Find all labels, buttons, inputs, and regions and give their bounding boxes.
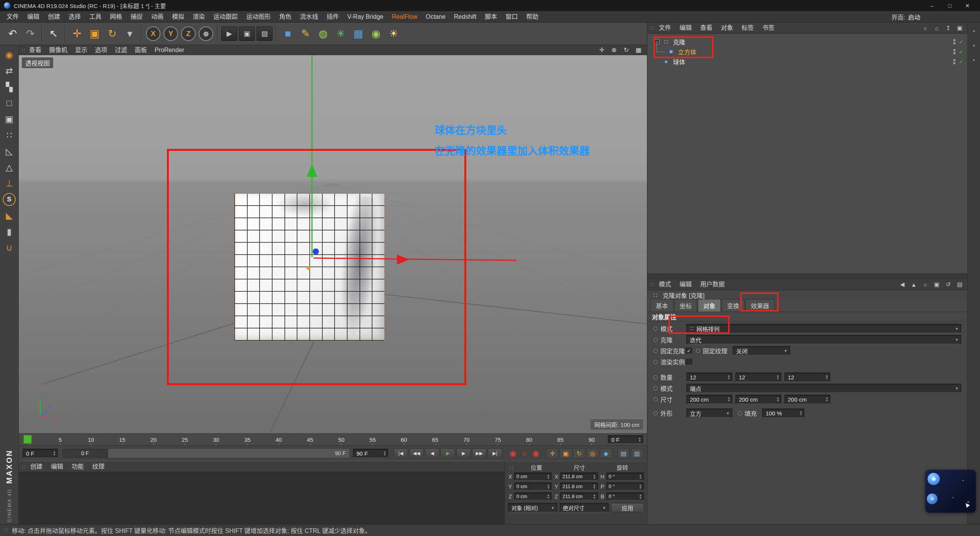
spinner[interactable] <box>799 410 802 416</box>
spinner[interactable] <box>639 474 642 479</box>
anim-dot[interactable] <box>738 411 742 415</box>
timeline-layout-icon[interactable]: ▥ <box>631 448 643 458</box>
lock-x-axis-button[interactable]: X <box>144 24 162 43</box>
panel-grip[interactable] <box>650 281 654 288</box>
toolbar-icon[interactable] <box>276 25 277 42</box>
tab-effectors[interactable]: 效果器 <box>745 299 774 312</box>
ruler-tick[interactable]: 70 <box>463 436 470 443</box>
anim-dot[interactable] <box>653 375 658 379</box>
spinner[interactable] <box>825 374 828 380</box>
tab-basic[interactable]: 基本 <box>650 299 673 312</box>
ruler-tick[interactable]: 20 <box>150 436 157 443</box>
clones-select[interactable]: 迭代 <box>686 335 961 344</box>
menu-item[interactable]: 插件 <box>322 11 343 23</box>
viewport-menu-item[interactable]: 过滤 <box>111 45 131 55</box>
spinner[interactable] <box>547 494 550 499</box>
spinner[interactable] <box>776 374 779 380</box>
render-picture-viewer-button[interactable]: ▣ <box>238 24 256 43</box>
anim-dot[interactable] <box>653 360 658 364</box>
rotation-h-field[interactable]: 0 ° <box>606 472 644 480</box>
spinner[interactable] <box>639 494 642 499</box>
live-selection-button[interactable]: ↖ <box>45 24 62 43</box>
material-menu-item[interactable]: 编辑 <box>47 461 67 472</box>
cloner-cube-array[interactable] <box>234 194 384 341</box>
menu-item[interactable]: Octane <box>421 11 450 23</box>
object-manager-menu-item[interactable]: 对象 <box>717 22 737 34</box>
camera-button[interactable]: ◉ <box>367 24 385 43</box>
size-mode-select[interactable]: 绝对尺寸 <box>560 503 609 512</box>
ruler-tick[interactable]: 45 <box>307 436 313 443</box>
viewport-label[interactable]: 透视视图 <box>22 57 53 68</box>
rotation-p-field[interactable]: 0 ° <box>606 482 644 490</box>
anim-dot[interactable] <box>696 349 700 353</box>
fill-field[interactable]: 100 % <box>762 409 804 418</box>
render-settings-button[interactable]: ▧ <box>256 24 273 43</box>
ruler-tick[interactable]: 15 <box>119 436 126 443</box>
panel-grip[interactable] <box>508 464 515 471</box>
timeline-ruler[interactable]: 051015202530354045505560657075808590 0 F <box>19 433 647 445</box>
anim-dot[interactable] <box>653 397 658 402</box>
play-button[interactable]: ▶ <box>441 448 455 458</box>
menu-item[interactable]: 选择 <box>64 11 85 23</box>
object-row-cube[interactable]: 立方体 <box>647 47 967 57</box>
pip-overlay[interactable] <box>925 470 976 513</box>
object-label[interactable]: 克隆 <box>673 37 685 46</box>
menu-item[interactable]: 模拟 <box>168 11 188 23</box>
layout-icon[interactable]: ▤ <box>955 280 964 289</box>
object-mode-button[interactable]: ▣ <box>1 111 18 127</box>
model-mode-button[interactable]: □ <box>1 95 18 111</box>
size-y-field[interactable]: 211.8 cm <box>560 482 598 490</box>
attribute-menu-item[interactable]: 模式 <box>655 279 675 290</box>
size-z-field[interactable]: 211.8 cm <box>560 492 598 500</box>
spinner[interactable] <box>776 397 779 402</box>
points-mode-button[interactable]: ∷ <box>1 127 18 143</box>
anim-dot[interactable] <box>653 338 658 342</box>
spinner[interactable] <box>547 474 550 479</box>
next-frame-button[interactable]: ▶ <box>456 448 471 458</box>
count-z-field[interactable]: 12 <box>784 373 830 382</box>
minimize-button[interactable]: – <box>923 0 941 11</box>
current-frame-marker[interactable] <box>23 435 32 444</box>
size-z-field[interactable]: 200 cm <box>784 395 830 404</box>
ruler-tick[interactable]: 25 <box>181 436 188 443</box>
spinner[interactable] <box>383 451 386 456</box>
ruler-tick[interactable]: 40 <box>276 436 282 443</box>
menu-item[interactable]: 网格 <box>106 11 126 23</box>
spline-pen-button[interactable]: ✎ <box>297 24 314 43</box>
menu-item[interactable]: 运动图形 <box>242 11 275 23</box>
menu-item[interactable]: 流水线 <box>296 11 322 23</box>
rotation-key-toggle[interactable]: ↻ <box>573 448 585 458</box>
zoom-view-icon[interactable]: ⊕ <box>609 46 619 54</box>
autokey-button[interactable]: ○ <box>519 448 529 458</box>
ruler-tick[interactable]: 55 <box>369 436 376 443</box>
record-keyframe-button[interactable]: ◉ <box>508 448 518 458</box>
spinner[interactable] <box>825 397 828 402</box>
scale-key-toggle[interactable]: ▣ <box>560 448 572 458</box>
menu-item[interactable]: 工具 <box>85 11 106 23</box>
ruler-frame-field[interactable]: 0 F <box>608 435 643 444</box>
last-tool-button[interactable]: ▾ <box>121 24 139 43</box>
position-key-toggle[interactable]: ✛ <box>546 448 559 458</box>
render-instance-checkbox[interactable] <box>686 359 692 365</box>
move-tool-button[interactable]: ✛ <box>68 24 86 43</box>
anim-dot[interactable] <box>653 327 658 331</box>
subdivision-surface-button[interactable]: ◍ <box>314 24 332 43</box>
rotate-tool-button[interactable]: ↻ <box>103 24 121 43</box>
toggle-view-icon[interactable]: ▦ <box>633 46 644 54</box>
panel-tab-icon-1[interactable]: ▪ <box>969 26 978 35</box>
texture-mode-button[interactable]: ▚ <box>1 79 18 95</box>
menu-item[interactable]: 运动跟踪 <box>209 11 242 23</box>
timeline-options-icon[interactable]: ▤ <box>617 448 630 458</box>
end-frame-field[interactable]: 90 F <box>353 449 388 458</box>
scale-tool-button[interactable]: ▣ <box>86 24 103 43</box>
viewport-menu-item[interactable]: ProRender <box>151 45 188 55</box>
fix-clone-checkbox[interactable] <box>686 348 692 354</box>
polygons-mode-button[interactable]: △ <box>1 159 18 175</box>
focus-icon[interactable]: ▣ <box>955 24 964 32</box>
anim-dot[interactable] <box>653 386 658 391</box>
attribute-menu-item[interactable]: 编辑 <box>675 279 696 290</box>
panel-tab-icon-3[interactable]: ▪ <box>969 56 978 64</box>
next-key-button[interactable]: ▶▶ <box>472 448 487 458</box>
panel-splitter[interactable] <box>647 273 967 279</box>
material-menu-item[interactable]: 创建 <box>26 461 47 472</box>
